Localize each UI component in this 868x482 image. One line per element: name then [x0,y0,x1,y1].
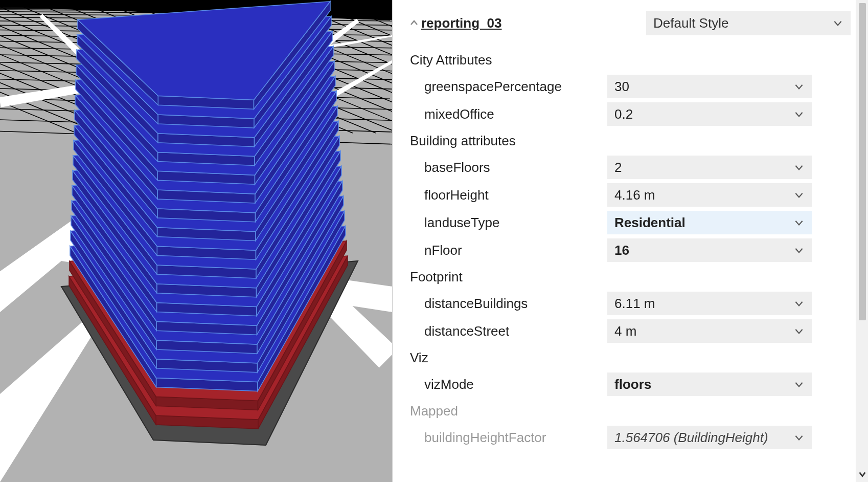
chevron-down-icon [793,325,805,337]
scrollbar-thumb[interactable] [859,3,866,320]
attr-row: buildingHeightFactor1.564706 (BuildingHe… [407,424,851,451]
chevron-down-icon [793,432,805,443]
attr-label: nFloor [407,243,601,258]
attr-row: distanceStreet4 m [407,317,851,345]
chevron-down-icon [832,17,843,29]
attr-label: landuseType [407,215,601,231]
attr-field[interactable]: 30 [607,75,812,98]
attr-label: baseFloors [407,160,601,176]
attr-field[interactable]: Residential [607,211,812,234]
attr-row: landuseTypeResidential [407,209,851,236]
chevron-down-icon [793,217,805,228]
attr-value: 4 m [614,323,636,339]
chevron-down-icon [793,245,805,256]
scroll-down-icon[interactable] [858,470,867,479]
attr-field[interactable]: 16 [607,238,812,262]
inspector-panel: reporting_03 Default Style City Attribut… [393,0,856,482]
attr-field[interactable]: 6.11 m [607,292,812,315]
attr-field[interactable]: 4.16 m [607,183,812,207]
collapse-icon[interactable] [407,18,421,28]
attr-value: 30 [614,79,629,95]
chevron-down-icon [793,379,805,390]
attr-row: greenspacePercentage30 [407,73,851,100]
attr-label: distanceStreet [407,323,601,339]
attr-row: baseFloors2 [407,154,851,181]
attr-value: Residential [614,215,686,231]
3d-viewport[interactable] [0,0,393,482]
attr-label: floorHeight [407,187,601,203]
group-label: Footprint [407,264,851,290]
chevron-down-icon [793,81,805,92]
chevron-down-icon [793,189,805,201]
attr-field[interactable]: 1.564706 (BuildingHeight) [607,426,812,449]
scrollbar[interactable] [856,0,868,482]
attr-field[interactable]: 0.2 [607,102,812,126]
group-label: Building attributes [407,128,851,154]
attr-value: 2 [614,160,622,176]
chevron-down-icon [793,162,805,173]
attr-label: mixedOffice [407,106,601,122]
attr-value: 4.16 m [614,187,655,203]
chevron-down-icon [793,298,805,309]
rule-name-link[interactable]: reporting_03 [421,15,502,31]
attr-row: vizModefloors [407,370,851,398]
attr-label: vizMode [407,377,601,392]
group-label: Viz [407,345,851,370]
attr-value: 16 [614,243,629,258]
attr-row: distanceBuildings6.11 m [407,290,851,317]
style-select-label: Default Style [653,15,728,31]
group-label: Mapped [407,398,851,424]
attr-row: floorHeight4.16 m [407,181,851,209]
attr-label: buildingHeightFactor [407,430,601,446]
attr-value: floors [614,377,651,392]
attr-field[interactable]: floors [607,373,812,396]
attr-value: 6.11 m [614,296,655,312]
attr-field[interactable]: 2 [607,156,812,179]
attr-value: 0.2 [614,106,633,122]
attr-label: distanceBuildings [407,296,601,312]
attr-label: greenspacePercentage [407,79,601,95]
group-label: City Attributes [407,47,851,73]
attr-row: nFloor16 [407,236,851,264]
attr-row: mixedOffice0.2 [407,100,851,128]
attr-field[interactable]: 4 m [607,319,812,343]
attr-value: 1.564706 (BuildingHeight) [614,430,768,446]
style-select[interactable]: Default Style [646,11,851,35]
chevron-down-icon [793,108,805,120]
